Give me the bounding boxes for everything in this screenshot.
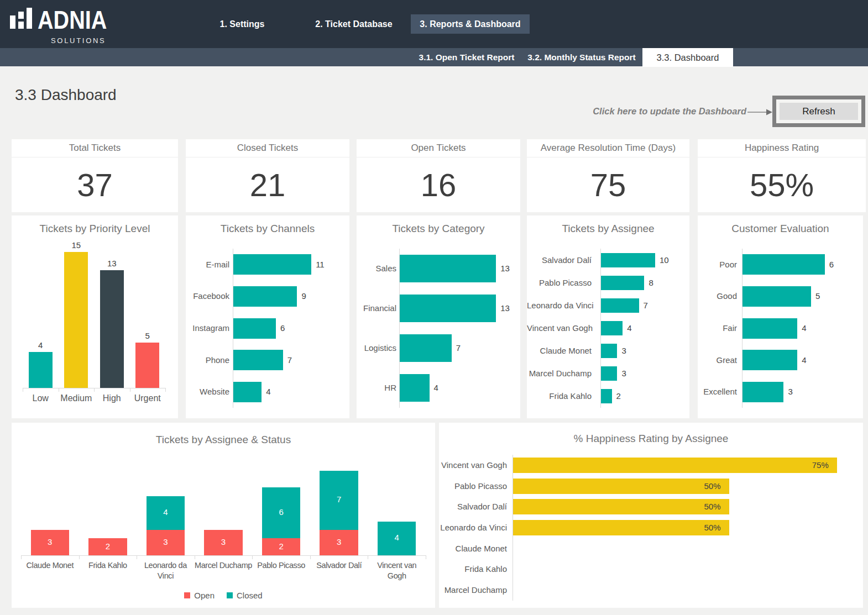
category-label: Great — [698, 355, 737, 365]
chart-card-happiness: % Happiness Rating by Assignee75%50%50%5… — [439, 423, 863, 608]
bar-value-label: 10 — [660, 255, 669, 265]
kpi-title: Average Resolution Time (Days) — [527, 139, 689, 157]
bar-medium[interactable] — [64, 252, 88, 388]
bar-poor[interactable] — [742, 254, 825, 275]
bar-leonardo-da-vinci-closed[interactable]: 4 — [147, 496, 185, 530]
logo-bar-mid-top — [18, 12, 24, 19]
bar-e-mail[interactable] — [233, 254, 311, 275]
category-label: Frida Kahlo — [79, 560, 137, 571]
nav-item-ticket-database[interactable]: 2. Ticket Database — [299, 0, 409, 48]
plot-area: 65443 — [742, 249, 838, 408]
bar-vincent-van-gogh[interactable] — [513, 458, 837, 473]
bar-value-label: 7 — [287, 355, 292, 365]
bar-value-label: 5 — [126, 331, 170, 340]
bar-website[interactable] — [233, 382, 262, 402]
bar-value-label: 7 — [456, 343, 461, 353]
bar-value-label: 13 — [90, 259, 134, 268]
subtab-dashboard[interactable]: 3.3. Dashboard — [642, 48, 733, 67]
bar-marcel-duchamp[interactable] — [601, 366, 617, 381]
bar-pablo-picasso-open[interactable]: 2 — [262, 538, 301, 555]
chart-card-priority: Tickets by Priority Level415135LowMedium… — [12, 215, 178, 418]
bar-value-label: 5 — [815, 291, 820, 301]
page-title: 3.3 Dashboard — [15, 86, 117, 104]
category-label: Poor — [698, 260, 737, 269]
bar-pablo-picasso[interactable] — [601, 276, 644, 290]
bar-marcel-duchamp-open[interactable]: 3 — [204, 530, 243, 555]
bar-financial[interactable] — [400, 295, 496, 322]
bar-claude-monet-open[interactable]: 3 — [31, 530, 70, 555]
chart-card-status: Tickets by Assignee & Status3234326374Cl… — [12, 423, 435, 608]
chart-card-assignee: Tickets by Assignee10874332Salvador Dalí… — [527, 215, 689, 418]
bar-vincent-van-gogh-closed[interactable]: 4 — [378, 522, 416, 555]
bar-frida-kahlo-open[interactable]: 2 — [88, 538, 127, 555]
bar-value-label: 13 — [500, 264, 510, 273]
topbar: ADNIA SOLUTIONS 1. Settings 2. Ticket Da… — [0, 0, 868, 48]
bar-value-label: 13 — [500, 303, 510, 313]
bar-leonardo-da-vinci-open[interactable]: 3 — [147, 530, 185, 555]
bar-value-label: 15 — [54, 240, 98, 250]
bar-excellent[interactable] — [742, 382, 783, 402]
axis-tick — [59, 388, 59, 392]
plot-area: 3234326374 — [21, 454, 426, 555]
bar-facebook[interactable] — [233, 286, 297, 307]
bar-value-label: 7 — [644, 301, 648, 310]
nav-item-settings[interactable]: 1. Settings — [201, 0, 284, 48]
chart-title: Tickets by Category — [357, 223, 520, 235]
bar-pablo-picasso-closed[interactable]: 6 — [262, 487, 301, 538]
legend-item-open[interactable]: Open — [184, 591, 215, 600]
chart-title: Customer Evaluation — [698, 223, 863, 235]
bar-sales[interactable] — [400, 255, 496, 282]
bar-value-label: 3 — [621, 369, 626, 378]
bar-value-label: 3 — [31, 537, 70, 546]
x-axis-line — [21, 555, 426, 556]
nav-item-reports-dashboard[interactable]: 3. Reports & Dashboard — [411, 0, 530, 48]
bar-low[interactable] — [29, 352, 53, 388]
bar-good[interactable] — [742, 286, 811, 307]
axis-tick — [195, 555, 195, 559]
bar-value-label: 4 — [627, 323, 631, 333]
kpi-title: Closed Tickets — [186, 139, 349, 157]
bar-value-label: 3 — [204, 537, 243, 546]
category-label: Salvador Dalí — [439, 502, 507, 511]
bar-value-label: 4 — [802, 323, 806, 333]
bar-logistics[interactable] — [400, 334, 452, 362]
bar-high[interactable] — [100, 270, 124, 388]
bar-claude-monet[interactable] — [601, 344, 617, 358]
bar-value-label: 50% — [688, 523, 721, 532]
chart-card-channels: Tickets by Channels119674E-mailFacebookI… — [186, 215, 349, 418]
category-label: Pablo Picasso — [439, 481, 507, 491]
dashboard-app: ADNIA SOLUTIONS 1. Settings 2. Ticket Da… — [0, 0, 868, 615]
category-label: Frida Kahlo — [527, 391, 592, 401]
bar-frida-kahlo[interactable] — [601, 389, 612, 403]
refresh-button[interactable]: Refresh — [772, 96, 865, 127]
refresh-hint: Click here to update the Dashboard — [525, 106, 746, 117]
logo-bar-mid-bottom — [18, 22, 24, 29]
subtab-open-ticket-report[interactable]: 3.1. Open Ticket Report — [411, 48, 522, 66]
bar-great[interactable] — [742, 350, 797, 370]
category-label: Vincent van Gogh — [527, 323, 592, 333]
bar-hr[interactable] — [400, 374, 430, 402]
bar-salvador-dal--open[interactable]: 3 — [320, 530, 358, 555]
bar-salvador-dal--closed[interactable]: 7 — [320, 471, 358, 530]
plot-area: 75%50%50%50% — [513, 455, 858, 601]
bar-leonardo-da-vinci[interactable] — [601, 298, 639, 313]
legend-swatch — [184, 592, 190, 598]
bar-fair[interactable] — [742, 318, 797, 339]
legend-item-closed[interactable]: Closed — [227, 591, 263, 600]
category-label: Excellent — [698, 387, 737, 396]
arrow-head — [766, 109, 772, 115]
bar-instagram[interactable] — [233, 318, 276, 339]
category-label: Claude Monet — [527, 346, 592, 355]
bar-phone[interactable] — [233, 350, 283, 370]
bar-urgent[interactable] — [135, 343, 159, 388]
bar-salvador-dal-[interactable] — [601, 253, 655, 267]
bar-value-label: 9 — [301, 291, 306, 301]
kpi-title: Open Tickets — [357, 139, 520, 157]
kpi-card-closed-tickets: Closed Tickets21 — [186, 139, 349, 212]
subtab-monthly-status-report[interactable]: 3.2. Monthly Status Report — [520, 48, 643, 66]
plot-area: 131374 — [399, 249, 503, 408]
bar-vincent-van-gogh[interactable] — [601, 321, 623, 335]
plot-area: 415135 — [23, 243, 165, 388]
bar-value-label: 6 — [280, 323, 285, 333]
bar-value-label: 50% — [688, 481, 721, 491]
